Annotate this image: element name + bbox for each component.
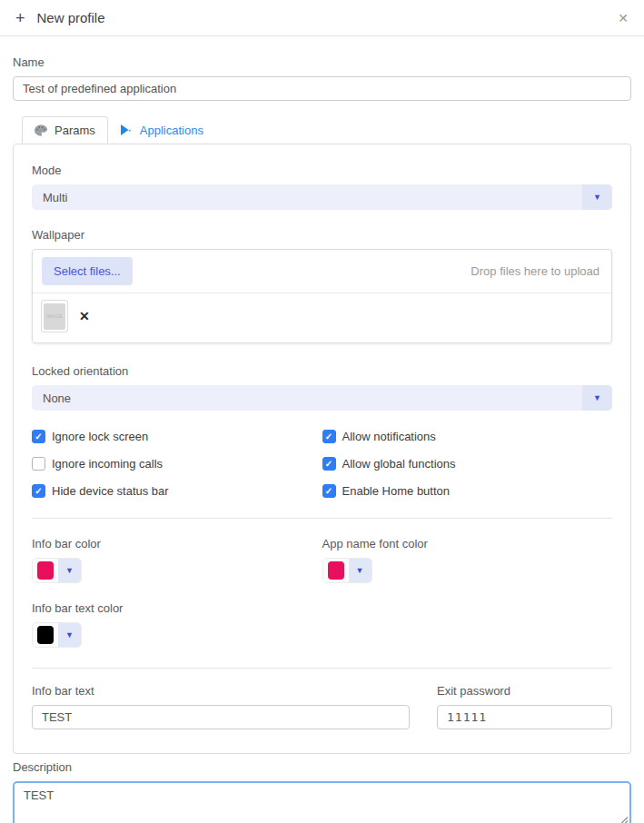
info-bar-text-color-block: Info bar text color ▼ (32, 601, 612, 648)
tab-applications-label: Applications (140, 124, 203, 137)
checkbox-icon[interactable] (322, 430, 336, 443)
checkbox-icon[interactable] (32, 484, 45, 498)
checkbox-icon[interactable] (322, 457, 336, 471)
color-swatch (328, 561, 344, 580)
name-input[interactable] (13, 76, 631, 101)
info-bar-text-block: Info bar text (32, 684, 410, 729)
close-icon[interactable]: ✕ (618, 11, 629, 25)
info-bar-color-block: Info bar color ▼ (32, 537, 322, 583)
wallpaper-label: Wallpaper (32, 228, 612, 242)
name-label: Name (13, 55, 631, 69)
dialog-body: Name Params Appli (0, 55, 644, 823)
section-divider (32, 518, 612, 519)
locked-orientation-value: None (32, 392, 582, 405)
section-divider (32, 668, 612, 669)
checkbox-icon[interactable] (32, 457, 45, 471)
checkbox-label: Enable Home button (342, 484, 451, 498)
checkbox-ignore-incoming-calls[interactable]: Ignore incoming calls (32, 457, 322, 471)
info-bar-text-color-picker[interactable]: ▼ (32, 622, 82, 648)
checkbox-label: Hide device status bar (52, 484, 169, 498)
palette-icon (35, 124, 47, 136)
tab-applications[interactable]: Applications (108, 116, 215, 144)
mode-select[interactable]: Multi ▼ (32, 184, 612, 210)
checkbox-grid: Ignore lock screen Allow notifications I… (32, 430, 612, 498)
info-bar-text-input[interactable] (32, 705, 410, 729)
upload-dropzone[interactable]: Select files... Drop files here to uploa… (33, 250, 611, 293)
dialog-title: New profile (37, 10, 105, 25)
color-swatch (37, 626, 54, 644)
color-swatch (37, 561, 54, 580)
checkbox-label: Ignore incoming calls (52, 457, 163, 471)
color-pickers-row: Info bar color ▼ App name font color ▼ (32, 537, 612, 583)
params-tab-panel: Mode Multi ▼ Wallpaper Select files... D… (13, 144, 631, 754)
checkbox-label: Allow notifications (342, 430, 436, 443)
checkbox-enable-home-button[interactable]: Enable Home button (322, 484, 613, 498)
exit-password-block: Exit password (437, 684, 612, 729)
chevron-down-icon[interactable]: ▼ (582, 385, 612, 411)
tab-params[interactable]: Params (22, 116, 108, 144)
chevron-down-icon[interactable]: ▼ (58, 623, 81, 647)
plus-icon: + (15, 10, 25, 26)
color-swatch-wrap (33, 623, 58, 647)
image-placeholder: IMAGE (44, 303, 65, 330)
checkbox-hide-device-status-bar[interactable]: Hide device status bar (32, 484, 322, 498)
chevron-down-icon[interactable]: ▼ (58, 559, 81, 582)
color-swatch-wrap (33, 559, 58, 582)
description-textarea[interactable]: TEST (13, 781, 631, 823)
info-bar-color-label: Info bar color (32, 537, 322, 550)
locked-orientation-select[interactable]: None ▼ (32, 385, 612, 411)
color-swatch-wrap (323, 559, 349, 582)
checkbox-ignore-lock-screen[interactable]: Ignore lock screen (32, 430, 322, 443)
text-inputs-row: Info bar text Exit password (32, 684, 612, 729)
remove-file-icon[interactable]: ✕ (79, 309, 90, 323)
wallpaper-thumbnail: IMAGE (41, 300, 68, 332)
app-name-font-color-label: App name font color (322, 537, 613, 550)
locked-orientation-label: Locked orientation (32, 364, 612, 378)
mode-label: Mode (32, 164, 612, 177)
checkbox-icon[interactable] (32, 430, 45, 443)
exit-password-input[interactable] (437, 705, 612, 729)
tabstrip: Params Applications (13, 116, 631, 144)
dialog-header: + New profile ✕ (0, 0, 644, 36)
info-bar-color-picker[interactable]: ▼ (32, 558, 82, 583)
checkbox-allow-global-functions[interactable]: Allow global functions (322, 457, 613, 471)
play-store-icon (120, 124, 133, 136)
checkbox-icon[interactable] (322, 484, 336, 498)
checkbox-label: Ignore lock screen (52, 430, 148, 443)
chevron-down-icon[interactable]: ▼ (582, 184, 612, 210)
select-files-button[interactable]: Select files... (42, 257, 133, 285)
description-block: Description TEST (13, 760, 631, 823)
info-bar-text-color-label: Info bar text color (32, 601, 612, 615)
checkbox-allow-notifications[interactable]: Allow notifications (322, 430, 613, 443)
wallpaper-upload-widget: Select files... Drop files here to uploa… (32, 249, 612, 343)
tab-params-label: Params (54, 124, 95, 137)
exit-password-label: Exit password (437, 684, 612, 698)
app-name-font-color-block: App name font color ▼ (322, 537, 613, 583)
app-name-font-color-picker[interactable]: ▼ (322, 558, 372, 583)
drop-files-hint: Drop files here to upload (471, 264, 602, 278)
checkbox-label: Allow global functions (342, 457, 456, 471)
info-bar-text-label: Info bar text (32, 684, 410, 698)
mode-select-value: Multi (32, 191, 582, 204)
description-label: Description (13, 760, 631, 774)
uploaded-file-row: IMAGE ✕ (33, 293, 611, 342)
name-field-block: Name (13, 55, 631, 101)
chevron-down-icon[interactable]: ▼ (349, 559, 372, 582)
